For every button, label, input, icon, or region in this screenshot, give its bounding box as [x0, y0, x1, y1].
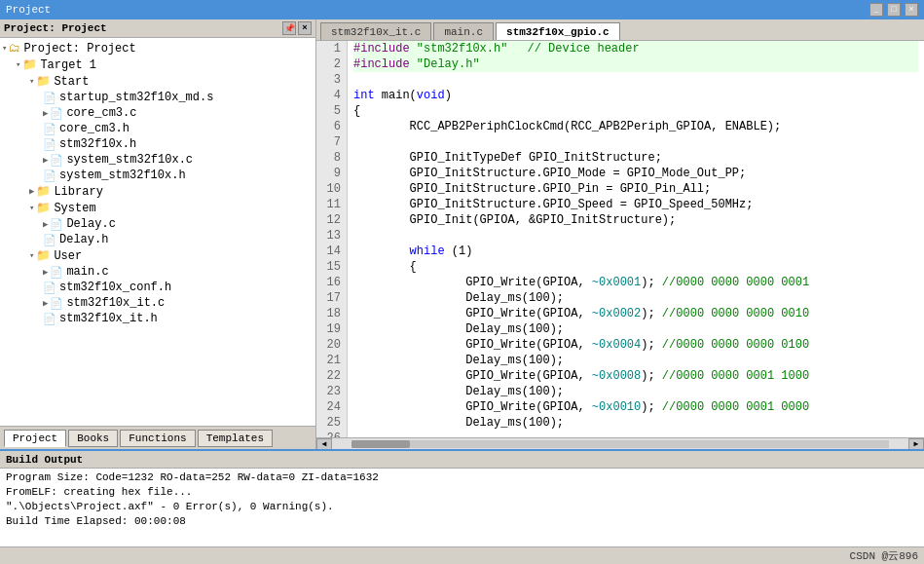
line-number: 18 [322, 306, 341, 321]
code-line [353, 72, 918, 88]
panel-header-buttons: 📌 × [282, 21, 312, 35]
right-panel: stm32f10x_it.cmain.cstm32f10x_gpio.c 123… [316, 19, 924, 449]
build-output-content: Program Size: Code=1232 RO-data=252 RW-d… [0, 469, 924, 546]
line-number: 24 [322, 399, 341, 415]
code-line: Delay_ms(100); [353, 290, 918, 306]
build-output-header: Build Output [0, 451, 924, 469]
tree-item[interactable]: ▾📁Start [0, 73, 315, 90]
code-line: #include "stm32f10x.h"// Device header [353, 41, 918, 56]
code-area: 1234567891011121314151617181920212223242… [316, 41, 924, 437]
line-number: 10 [322, 181, 341, 197]
project-header-label: Project: Project [4, 22, 107, 34]
tree-item[interactable]: ▶📄stm32f10x_it.c [0, 295, 315, 311]
title-bar-label: Project [6, 4, 51, 16]
scroll-left-button[interactable]: ◀ [316, 438, 332, 450]
tree-item[interactable]: ▾📁Target 1 [0, 56, 315, 73]
tree-item[interactable]: 📄startup_stm32f10x_md.s [0, 90, 315, 105]
tree-item[interactable]: ▶📄core_cm3.c [0, 105, 315, 121]
code-line: GPIO_InitStructure.GPIO_Mode = GPIO_Mode… [353, 166, 918, 181]
tree-item[interactable]: ▾📁System [0, 200, 315, 216]
code-line: GPIO_Write(GPIOA, ~0x0001); //0000 0000 … [353, 275, 918, 290]
tree-item[interactable]: 📄Delay.h [0, 232, 315, 247]
build-output-line: ".\Objects\Project.axf" - 0 Error(s), 0 … [6, 500, 918, 514]
code-line: Delay_ms(100); [353, 415, 918, 431]
project-tree: ▾🗂Project: Project▾📁Target 1▾📁Start📄star… [0, 38, 315, 426]
left-tab-books[interactable]: Books [68, 430, 118, 447]
left-panel-tabs: ProjectBooksFunctionsTemplates [0, 426, 315, 449]
build-output-line: Build Time Elapsed: 00:00:08 [6, 514, 918, 529]
line-number: 8 [322, 150, 341, 166]
code-line [353, 431, 918, 437]
tree-item[interactable]: ▾📁User [0, 247, 315, 264]
tree-item[interactable]: 📄stm32f10x_it.h [0, 311, 315, 326]
panel-pin-button[interactable]: 📌 [282, 21, 296, 35]
build-output-line: Program Size: Code=1232 RO-data=252 RW-d… [6, 470, 918, 485]
line-number: 19 [322, 321, 341, 337]
tree-item[interactable]: ▾🗂Project: Project [0, 40, 315, 56]
line-number: 6 [322, 119, 341, 134]
code-line: RCC_APB2PeriphClockCmd(RCC_APB2Periph_GP… [353, 119, 918, 134]
left-tab-project[interactable]: Project [4, 430, 66, 447]
code-line: GPIO_InitStructure.GPIO_Speed = GPIO_Spe… [353, 197, 918, 212]
editor-tab-stm32f10x_gpio[interactable]: stm32f10x_gpio.c [496, 22, 620, 40]
left-tab-templates[interactable]: Templates [198, 430, 273, 447]
panel-close-button[interactable]: × [298, 21, 312, 35]
left-panel: Project: Project 📌 × ▾🗂Project: Project▾… [0, 19, 316, 449]
code-line [353, 228, 918, 244]
line-number: 16 [322, 275, 341, 290]
horizontal-scrollbar[interactable]: ◀ ▶ [316, 437, 924, 449]
line-number: 13 [322, 228, 341, 244]
line-number: 23 [322, 384, 341, 399]
scroll-right-button[interactable]: ▶ [908, 438, 924, 450]
editor-tab-stm32f10x_it[interactable]: stm32f10x_it.c [320, 22, 431, 40]
code-line: while (1) [353, 244, 918, 259]
tree-item[interactable]: 📄stm32f10x.h [0, 136, 315, 152]
project-header: Project: Project 📌 × [0, 19, 315, 38]
line-number: 25 [322, 415, 341, 431]
code-line: { [353, 259, 918, 275]
code-line: #include "Delay.h" [353, 56, 918, 72]
editor-tabs: stm32f10x_it.cmain.cstm32f10x_gpio.c [316, 19, 924, 41]
line-number: 3 [322, 72, 341, 88]
build-output-line: FromELF: creating hex file... [6, 485, 918, 500]
line-number: 12 [322, 212, 341, 228]
line-number: 20 [322, 337, 341, 353]
status-label: CSDN @云896 [850, 548, 918, 563]
scrollbar-track[interactable] [351, 440, 889, 448]
line-number: 17 [322, 290, 341, 306]
line-number: 9 [322, 166, 341, 181]
scrollbar-thumb[interactable] [351, 440, 410, 448]
code-line: GPIO_Write(GPIOA, ~0x0002); //0000 0000 … [353, 306, 918, 321]
line-number: 21 [322, 353, 341, 368]
tree-item[interactable]: ▶📄system_stm32f10x.c [0, 152, 315, 168]
line-numbers: 1234567891011121314151617181920212223242… [316, 41, 348, 437]
code-line: GPIO_Write(GPIOA, ~0x0004); //0000 0000 … [353, 337, 918, 353]
left-tab-functions[interactable]: Functions [120, 430, 195, 447]
maximize-button[interactable]: □ [887, 3, 901, 17]
code-line [353, 134, 918, 150]
close-button[interactable]: × [905, 3, 918, 17]
tree-item[interactable]: 📄stm32f10x_conf.h [0, 280, 315, 295]
build-output-label: Build Output [6, 454, 83, 466]
status-bar: CSDN @云896 [0, 546, 924, 564]
tree-item[interactable]: ▶📁Library [0, 183, 315, 200]
line-number: 1 [322, 41, 341, 56]
editor-tab-main[interactable]: main.c [433, 22, 494, 40]
line-number: 22 [322, 368, 341, 384]
code-line: GPIO_Init(GPIOA, &GPIO_InitStructure); [353, 212, 918, 228]
tree-item[interactable]: ▶📄Delay.c [0, 216, 315, 232]
code-line: int main(void) [353, 88, 918, 103]
code-line: GPIO_Write(GPIOA, ~0x0008); //0000 0000 … [353, 368, 918, 384]
minimize-button[interactable]: _ [869, 3, 883, 17]
line-number: 7 [322, 134, 341, 150]
line-number: 14 [322, 244, 341, 259]
title-bar-controls: _ □ × [869, 3, 918, 17]
line-number: 2 [322, 56, 341, 72]
tree-item[interactable]: 📄core_cm3.h [0, 121, 315, 136]
title-bar: Project _ □ × [0, 0, 924, 19]
code-line: GPIO_InitTypeDef GPIO_InitStructure; [353, 150, 918, 166]
tree-item[interactable]: ▶📄main.c [0, 264, 315, 280]
line-number: 5 [322, 103, 341, 119]
tree-item[interactable]: 📄system_stm32f10x.h [0, 168, 315, 183]
line-number: 26 [322, 431, 341, 437]
